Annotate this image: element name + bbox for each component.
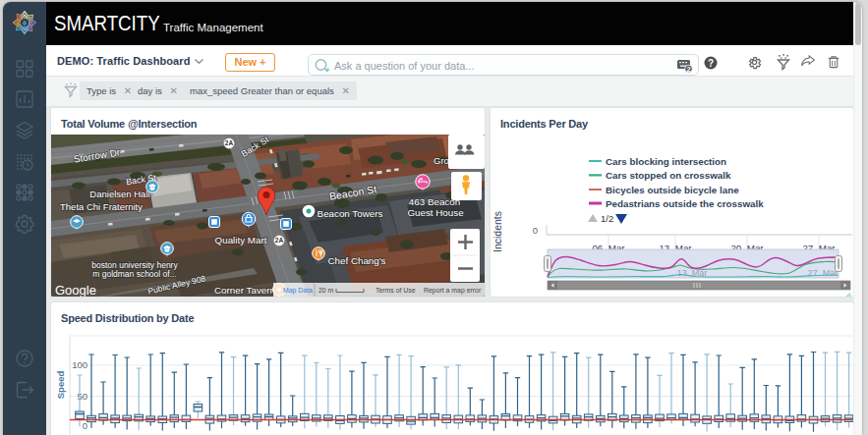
svg-text:20 m: 20 m xyxy=(318,287,334,294)
svg-text:Pedastrians outside the crossw: Pedastrians outside the crosswalk xyxy=(606,198,764,209)
svg-text:Cars stopped on crosswalk: Cars stopped on crosswalk xyxy=(606,170,731,181)
svg-text:50: 50 xyxy=(77,391,87,402)
svg-text:2: 2 xyxy=(686,65,690,74)
svg-text:2A: 2A xyxy=(275,237,284,244)
svg-text:Guest House: Guest House xyxy=(407,207,464,218)
svg-text:Map Data: Map Data xyxy=(283,287,313,295)
svg-text:Corner Tavern: Corner Tavern xyxy=(214,285,275,296)
svg-text:Speed: Speed xyxy=(55,371,66,400)
svg-text:1/2: 1/2 xyxy=(601,213,613,224)
svg-text:Report a map error: Report a map error xyxy=(424,287,482,295)
svg-text:Cars blocking intersection: Cars blocking intersection xyxy=(606,156,726,167)
svg-text:Google: Google xyxy=(55,283,96,298)
svg-text:2A: 2A xyxy=(225,139,234,146)
svg-text:100: 100 xyxy=(72,359,87,370)
svg-text:Quality Mart: Quality Mart xyxy=(215,235,267,245)
svg-text:Incidents: Incidents xyxy=(492,211,503,252)
svg-text:m goldman school of...: m goldman school of... xyxy=(92,269,177,279)
svg-text:Terms of Use: Terms of Use xyxy=(376,287,416,294)
svg-text:Danielsen Hall: Danielsen Hall xyxy=(89,189,149,199)
svg-text:Chef Chang's: Chef Chang's xyxy=(327,255,385,266)
svg-text:27. Mar: 27. Mar xyxy=(808,268,839,278)
svg-text:Theta Chi Fraternity: Theta Chi Fraternity xyxy=(60,201,143,212)
svg-text:?: ? xyxy=(708,58,714,69)
svg-text:Beacon Towers: Beacon Towers xyxy=(318,208,383,219)
svg-text:0: 0 xyxy=(533,225,538,236)
svg-text:Bicycles outside bicycle lane: Bicycles outside bicycle lane xyxy=(606,185,739,195)
